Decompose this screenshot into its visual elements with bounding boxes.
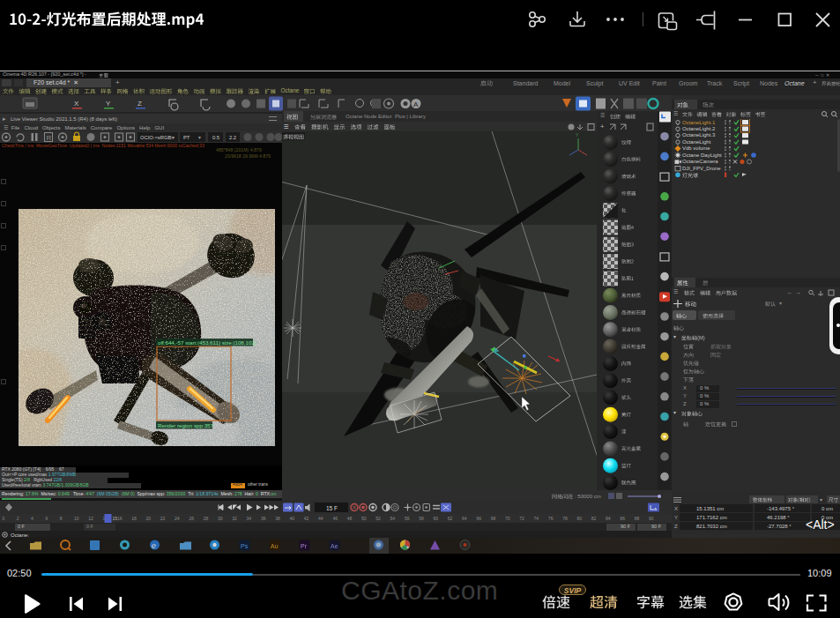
svg-text:88: 88 xyxy=(635,516,640,521)
svg-text:84: 84 xyxy=(606,516,611,521)
svg-text:56: 56 xyxy=(405,516,410,521)
svg-text:20: 20 xyxy=(146,516,152,521)
svg-text:6: 6 xyxy=(45,516,48,521)
svg-text:2.2: 2.2 xyxy=(229,135,236,140)
svg-text:OCIO:<sRGB>: OCIO:<sRGB> xyxy=(140,135,175,140)
svg-text:32: 32 xyxy=(232,516,237,521)
svg-text:40: 40 xyxy=(290,516,295,521)
svg-text:34: 34 xyxy=(247,516,252,521)
svg-text:76: 76 xyxy=(548,516,554,521)
svg-text:86: 86 xyxy=(620,516,625,521)
svg-text:e: e xyxy=(152,541,156,550)
svg-text:12: 12 xyxy=(88,516,93,521)
svg-text:PT: PT xyxy=(183,135,190,140)
svg-text:68: 68 xyxy=(491,516,496,521)
svg-text:26: 26 xyxy=(189,516,194,521)
svg-text:X: X xyxy=(74,100,79,108)
svg-text:44: 44 xyxy=(318,516,323,521)
svg-text:2: 2 xyxy=(17,516,19,521)
svg-text:18: 18 xyxy=(131,516,137,521)
svg-text:10: 10 xyxy=(74,516,79,521)
svg-text:Au: Au xyxy=(271,543,279,549)
svg-text:A: A xyxy=(413,101,419,108)
svg-text:Render region spp:357: Render region spp:357 xyxy=(158,422,214,428)
svg-text:50: 50 xyxy=(361,516,367,521)
svg-text:16: 16 xyxy=(117,516,123,521)
svg-text:48: 48 xyxy=(347,516,353,521)
svg-text:24: 24 xyxy=(175,516,180,521)
svg-text:90: 90 xyxy=(649,516,654,521)
svg-text:78: 78 xyxy=(562,516,568,521)
svg-text:66: 66 xyxy=(476,516,481,521)
svg-text:64: 64 xyxy=(462,516,467,521)
svg-text:74: 74 xyxy=(534,516,539,521)
svg-text:Ps: Ps xyxy=(241,543,249,549)
svg-text:70: 70 xyxy=(505,516,510,521)
svg-text:42: 42 xyxy=(304,516,309,521)
svg-text:Z: Z xyxy=(138,100,142,108)
svg-text:R: R xyxy=(47,134,52,142)
svg-text:0: 0 xyxy=(3,516,5,521)
svg-text:Y: Y xyxy=(106,100,111,108)
svg-text:▾: ▾ xyxy=(198,135,201,140)
svg-text:80: 80 xyxy=(577,516,583,521)
svg-text:Pr: Pr xyxy=(301,543,308,549)
svg-text:▾: ▾ xyxy=(172,135,175,140)
svg-text:38: 38 xyxy=(275,516,280,521)
svg-text:58: 58 xyxy=(419,516,424,521)
svg-text:8: 8 xyxy=(60,516,63,521)
svg-text:82: 82 xyxy=(591,516,597,521)
svg-text:72: 72 xyxy=(519,516,524,521)
svg-text:0.5: 0.5 xyxy=(212,135,219,140)
svg-text:30: 30 xyxy=(218,516,223,521)
svg-text:22: 22 xyxy=(160,516,166,521)
svg-text:4: 4 xyxy=(31,516,33,521)
svg-text:15 F: 15 F xyxy=(326,505,338,511)
svg-text:28: 28 xyxy=(204,516,209,521)
svg-text:60: 60 xyxy=(434,516,439,521)
svg-text:15: 15 xyxy=(113,516,118,521)
svg-text:46: 46 xyxy=(332,516,338,521)
svg-text:36: 36 xyxy=(261,516,266,521)
svg-text:52: 52 xyxy=(375,516,381,521)
svg-text:62: 62 xyxy=(448,516,453,521)
svg-text:54: 54 xyxy=(390,516,396,521)
svg-text:off:644,-57 start:(453,611) si: off:644,-57 start:(453,611) size:(108,10… xyxy=(158,339,256,346)
svg-text:Ae: Ae xyxy=(331,543,338,549)
